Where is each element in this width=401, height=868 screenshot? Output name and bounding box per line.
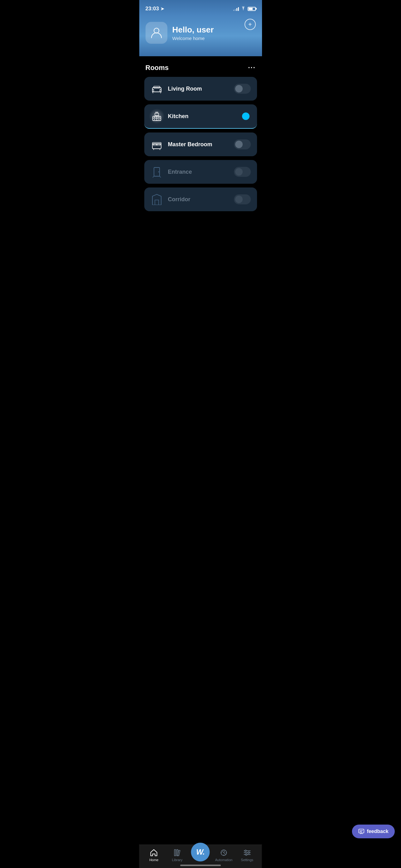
master-bedroom-icon (151, 138, 163, 151)
avatar (145, 22, 167, 44)
signal-icon (233, 6, 239, 11)
status-bar: 23:03 ➤ (139, 0, 262, 16)
svg-rect-14 (155, 113, 159, 116)
svg-point-12 (154, 119, 155, 120)
svg-rect-3 (153, 89, 154, 92)
svg-point-27 (158, 172, 159, 173)
room-name-master-bedroom: Master Bedroom (168, 141, 229, 148)
kitchen-icon (151, 110, 163, 122)
svg-point-10 (154, 117, 155, 118)
room-card-living-room[interactable]: Living Room (144, 77, 257, 101)
room-name-entrance: Entrance (168, 169, 229, 175)
room-name-corridor: Corridor (168, 196, 229, 203)
location-icon: ➤ (161, 6, 164, 11)
living-room-icon (151, 83, 163, 95)
corridor-icon (151, 193, 163, 206)
user-icon (149, 25, 163, 40)
svg-rect-2 (154, 86, 160, 88)
room-name-kitchen: Kitchen (168, 113, 229, 120)
room-card-entrance[interactable]: Entrance (144, 160, 257, 184)
svg-point-13 (158, 119, 159, 120)
toggle-living-room[interactable] (234, 84, 251, 94)
svg-point-11 (158, 117, 159, 118)
svg-line-26 (160, 176, 161, 178)
toggle-entrance[interactable] (234, 167, 251, 177)
header: + Hello, user Welcome home (139, 16, 262, 56)
add-button[interactable]: + (244, 19, 256, 30)
status-time: 23:03 ➤ (145, 6, 164, 12)
room-card-master-bedroom[interactable]: Master Bedroom (144, 132, 257, 156)
svg-point-0 (154, 28, 159, 33)
toggle-master-bedroom[interactable] (234, 140, 251, 149)
svg-rect-7 (153, 116, 161, 121)
rooms-more-button[interactable]: ··· (248, 64, 256, 72)
main-content: Rooms ··· Living Room (139, 56, 262, 257)
svg-rect-4 (160, 89, 161, 92)
toggle-kitchen[interactable] (234, 111, 251, 121)
user-text: Hello, user Welcome home (172, 25, 214, 41)
svg-line-25 (153, 176, 154, 178)
room-name-living-room: Living Room (168, 86, 229, 92)
status-icons (233, 6, 256, 11)
battery-icon (248, 7, 256, 11)
room-card-kitchen[interactable]: Kitchen (144, 104, 257, 129)
toggle-corridor[interactable] (234, 194, 251, 204)
svg-rect-19 (153, 143, 161, 144)
rooms-header: Rooms ··· (144, 64, 257, 72)
rooms-title: Rooms (145, 64, 169, 72)
user-section: Hello, user Welcome home (145, 22, 256, 44)
subtitle-text: Welcome home (172, 36, 214, 41)
room-card-corridor[interactable]: Corridor (144, 187, 257, 211)
wifi-icon (241, 6, 246, 11)
entrance-icon (151, 165, 163, 178)
greeting-text: Hello, user (172, 25, 214, 35)
